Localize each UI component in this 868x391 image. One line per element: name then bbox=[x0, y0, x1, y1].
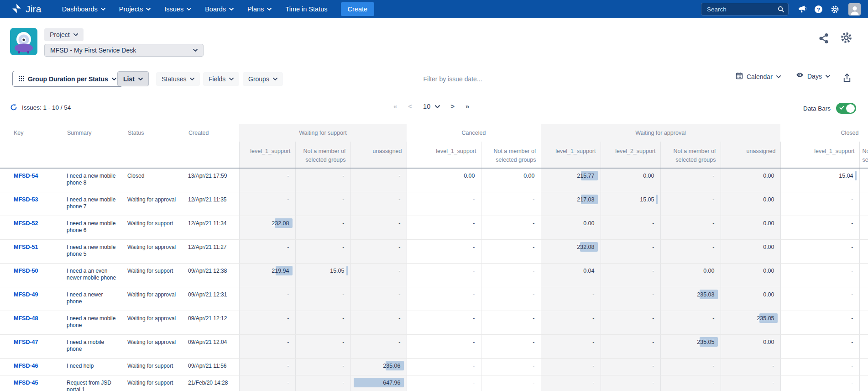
duration-value: - bbox=[482, 264, 540, 276]
sub-column-header: level_1_support bbox=[780, 142, 859, 168]
issue-key-link[interactable]: MFSD-47 bbox=[14, 339, 38, 345]
nav-item-dashboards[interactable]: Dashboards bbox=[55, 0, 112, 18]
duration-value: - bbox=[781, 335, 859, 347]
settings-icon[interactable] bbox=[831, 5, 839, 14]
duration-value: - bbox=[408, 359, 481, 371]
nav-item-boards[interactable]: Boards bbox=[198, 0, 241, 18]
search-input[interactable] bbox=[706, 5, 778, 13]
table-row: MFSD-49I need a newer phoneWaiting for a… bbox=[0, 287, 868, 311]
nav-item-issues[interactable]: Issues bbox=[157, 0, 198, 18]
duration-value: - bbox=[482, 359, 540, 371]
issue-key-link[interactable]: MFSD-45 bbox=[14, 380, 38, 386]
duration-cell: - bbox=[481, 264, 541, 287]
issues-count-label: Issues: 1 - 10 / 54 bbox=[22, 104, 71, 111]
duration-value: - bbox=[722, 359, 780, 371]
duration-value: - bbox=[296, 376, 350, 388]
duration-cell: - bbox=[239, 168, 295, 192]
duration-value: 15.05 bbox=[601, 193, 660, 205]
table-row: MFSD-51I need a new mobile phone 5Waitin… bbox=[0, 240, 868, 264]
issue-key-link[interactable]: MFSD-49 bbox=[14, 291, 38, 298]
data-bars-toggle[interactable] bbox=[836, 103, 856, 114]
duration-cell: - bbox=[481, 287, 541, 311]
project-select[interactable]: MFSD - My First Service Desk bbox=[44, 44, 204, 57]
duration-value: - bbox=[296, 169, 350, 181]
duration-cell: - bbox=[295, 375, 350, 391]
duration-cell: - bbox=[721, 359, 780, 375]
duration-cell: - bbox=[407, 359, 481, 375]
sub-column-header: level_1_support bbox=[239, 142, 295, 168]
duration-value: - bbox=[601, 359, 660, 371]
duration-cell: - bbox=[350, 287, 407, 311]
project-avatar[interactable] bbox=[10, 28, 37, 55]
statuses-dropdown[interactable]: Statuses bbox=[156, 72, 200, 86]
first-page-button[interactable]: « bbox=[393, 102, 397, 110]
issue-key-link[interactable]: MFSD-50 bbox=[14, 268, 38, 274]
created-cell: 09/Apr/21 12:04 bbox=[188, 335, 239, 359]
nav-item-projects[interactable]: Projects bbox=[112, 0, 157, 18]
next-page-button[interactable]: > bbox=[450, 102, 455, 110]
jira-logo[interactable]: Jira bbox=[11, 3, 42, 16]
duration-cell: 219.94 bbox=[239, 264, 295, 287]
prev-page-button[interactable]: < bbox=[408, 102, 412, 110]
duration-value: - bbox=[296, 217, 350, 228]
issue-key-link[interactable]: MFSD-54 bbox=[14, 173, 38, 179]
issue-key-link[interactable]: MFSD-46 bbox=[14, 363, 38, 369]
duration-cell: - bbox=[780, 375, 859, 391]
duration-cell: 0.00 bbox=[721, 335, 780, 359]
duration-value: - bbox=[601, 240, 660, 252]
chevron-down-icon bbox=[267, 8, 272, 11]
groups-dropdown[interactable]: Groups bbox=[243, 72, 283, 86]
duration-cell: 215.77 bbox=[541, 168, 601, 192]
fields-dropdown[interactable]: Fields bbox=[203, 72, 239, 86]
duration-value: - bbox=[722, 376, 780, 388]
calendar-dropdown[interactable]: Calendar bbox=[736, 72, 781, 81]
duration-value: - bbox=[661, 240, 720, 252]
duration-cell bbox=[859, 168, 868, 192]
duration-cell: 235.05 bbox=[721, 311, 780, 335]
project-type-dropdown[interactable]: Project bbox=[44, 28, 84, 41]
data-bars-control: Data Bars bbox=[803, 103, 856, 114]
duration-cell: - bbox=[350, 335, 407, 359]
duration-value: - bbox=[482, 217, 540, 228]
duration-cell bbox=[859, 287, 868, 311]
export-icon[interactable] bbox=[842, 72, 852, 85]
chevron-down-icon bbox=[826, 75, 830, 78]
navbar-search[interactable] bbox=[701, 3, 789, 16]
nav-item-time-in-status[interactable]: Time in Status bbox=[278, 0, 334, 18]
duration-value: 0.00 bbox=[482, 169, 540, 181]
duration-cell: - bbox=[660, 375, 721, 391]
table-row: MFSD-48I need a new mobile phoneWaiting … bbox=[0, 311, 868, 335]
help-icon[interactable]: ? bbox=[814, 5, 823, 14]
group-duration-label: Group Duration per Status bbox=[28, 75, 108, 83]
time-unit-dropdown[interactable]: Days bbox=[796, 72, 830, 80]
refresh-icon[interactable] bbox=[10, 103, 18, 111]
page-size-dropdown[interactable]: 10 bbox=[423, 103, 439, 110]
view-mode-dropdown[interactable]: List bbox=[117, 71, 149, 86]
create-button[interactable]: Create bbox=[341, 2, 375, 16]
announcement-icon[interactable] bbox=[798, 5, 806, 14]
duration-cell: 0.00 bbox=[481, 168, 541, 192]
status-cell: Waiting for approval bbox=[127, 311, 188, 335]
duration-value: - bbox=[351, 240, 406, 252]
duration-cell: - bbox=[660, 240, 721, 264]
issue-key-link[interactable]: MFSD-52 bbox=[14, 220, 38, 227]
summary-cell: I need a new mobile phone 7 bbox=[67, 192, 127, 216]
duration-value: - bbox=[781, 312, 859, 323]
duration-cell: - bbox=[239, 192, 295, 216]
user-avatar[interactable] bbox=[848, 3, 861, 16]
nav-item-plans[interactable]: Plans bbox=[241, 0, 278, 18]
duration-value: - bbox=[482, 288, 540, 300]
share-icon[interactable] bbox=[818, 33, 829, 44]
duration-cell: - bbox=[541, 359, 601, 375]
report-settings-icon[interactable] bbox=[840, 32, 852, 44]
summary-cell: I need a newer phone bbox=[67, 287, 127, 311]
duration-value: - bbox=[482, 240, 540, 252]
issue-key-link[interactable]: MFSD-51 bbox=[14, 244, 38, 250]
issue-date-filter-input[interactable] bbox=[402, 72, 504, 86]
issue-key-link[interactable]: MFSD-48 bbox=[14, 315, 38, 322]
duration-value: 235.06 bbox=[351, 359, 406, 371]
duration-value: - bbox=[781, 288, 859, 300]
last-page-button[interactable]: » bbox=[465, 102, 469, 110]
group-duration-dropdown[interactable]: Group Duration per Status bbox=[12, 71, 123, 87]
issue-key-link[interactable]: MFSD-53 bbox=[14, 196, 38, 203]
